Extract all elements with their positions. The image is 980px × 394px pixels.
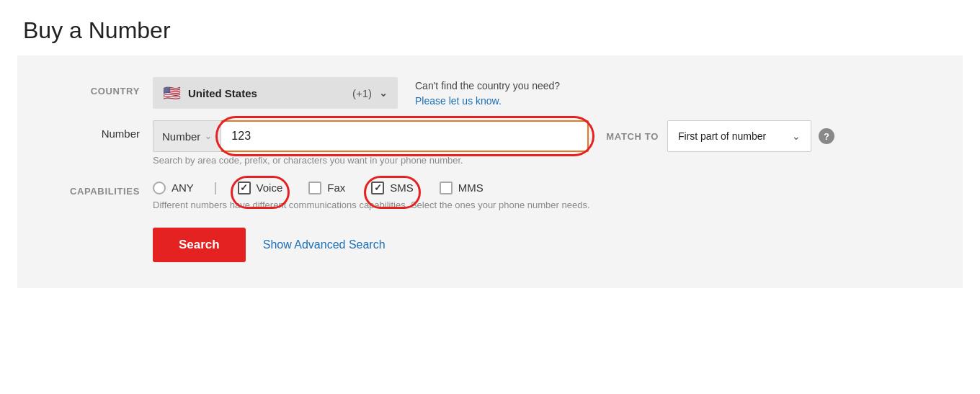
- chevron-down-icon: ⌄: [379, 87, 388, 99]
- flag-icon: 🇺🇸: [163, 84, 181, 102]
- any-radio[interactable]: [153, 182, 166, 194]
- match-to-label: MATCH TO: [606, 131, 659, 142]
- buttons-row: Search Show Advanced Search: [153, 228, 934, 262]
- voice-checkbox[interactable]: ✓: [238, 182, 251, 194]
- capabilities-label: CAPABILITIES: [46, 180, 140, 197]
- cap-sms-option[interactable]: ✓ SMS: [371, 182, 414, 194]
- match-to-value: First part of number: [678, 130, 792, 142]
- number-chevron-icon: ⌄: [205, 131, 212, 141]
- mms-checkbox[interactable]: [440, 182, 453, 194]
- sms-checkbox[interactable]: ✓: [371, 182, 384, 194]
- page-title: Buy a Number: [0, 0, 980, 55]
- cap-fax-option[interactable]: Fax: [308, 182, 345, 194]
- number-input-wrapper: [221, 120, 589, 152]
- capabilities-row: CAPABILITIES ANY | ✓ Voice Fax ✓ SMS: [46, 180, 934, 197]
- main-panel: COUNTRY 🇺🇸 United States (+1) ⌄ Can't fi…: [17, 55, 963, 288]
- number-hint: Search by area code, prefix, or characte…: [153, 155, 934, 166]
- country-name: United States: [188, 87, 352, 99]
- cap-divider: |: [214, 180, 218, 195]
- fax-label: Fax: [327, 182, 345, 194]
- help-icon[interactable]: ?: [819, 128, 834, 144]
- capabilities-hint: Different numbers have different communi…: [153, 200, 934, 210]
- match-to-dropdown[interactable]: First part of number ⌄: [667, 120, 811, 152]
- advanced-search-link[interactable]: Show Advanced Search: [263, 238, 386, 251]
- cant-find-section: Can't find the country you need? Please …: [415, 77, 560, 107]
- country-dropdown[interactable]: 🇺🇸 United States (+1) ⌄: [153, 77, 398, 109]
- help-icon-label: ?: [824, 131, 829, 142]
- match-chevron-icon: ⌄: [792, 130, 801, 142]
- number-full-row: Number Number ⌄ MATCH TO First part of n…: [46, 120, 934, 152]
- any-label: ANY: [172, 182, 194, 194]
- fax-checkbox[interactable]: [308, 182, 321, 194]
- number-field-group: Number ⌄: [153, 120, 589, 152]
- sms-label: SMS: [390, 182, 414, 194]
- number-type-label: Number: [162, 130, 200, 143]
- cap-mms-option[interactable]: MMS: [440, 182, 484, 194]
- voice-label: Voice: [257, 182, 283, 194]
- please-let-us-know-link[interactable]: Please let us know.: [415, 95, 502, 107]
- cant-find-text: Can't find the country you need?: [415, 80, 560, 91]
- cap-any-option[interactable]: ANY: [153, 182, 194, 194]
- capabilities-options: ANY | ✓ Voice Fax ✓ SMS MM: [153, 180, 495, 195]
- country-row: COUNTRY 🇺🇸 United States (+1) ⌄ Can't fi…: [46, 77, 934, 109]
- number-type-dropdown[interactable]: Number ⌄: [153, 120, 221, 152]
- country-select-wrapper: 🇺🇸 United States (+1) ⌄: [153, 77, 398, 109]
- country-label: COUNTRY: [46, 77, 140, 97]
- country-code: (+1): [352, 87, 372, 99]
- number-input[interactable]: [221, 120, 589, 152]
- match-to-section: MATCH TO First part of number ⌄ ?: [606, 120, 834, 152]
- mms-label: MMS: [458, 182, 484, 194]
- cap-voice-option[interactable]: ✓ Voice: [238, 182, 283, 194]
- number-label: Number: [46, 120, 140, 140]
- number-input-row: Number ⌄ MATCH TO First part of number ⌄…: [153, 120, 934, 152]
- search-button[interactable]: Search: [153, 228, 246, 262]
